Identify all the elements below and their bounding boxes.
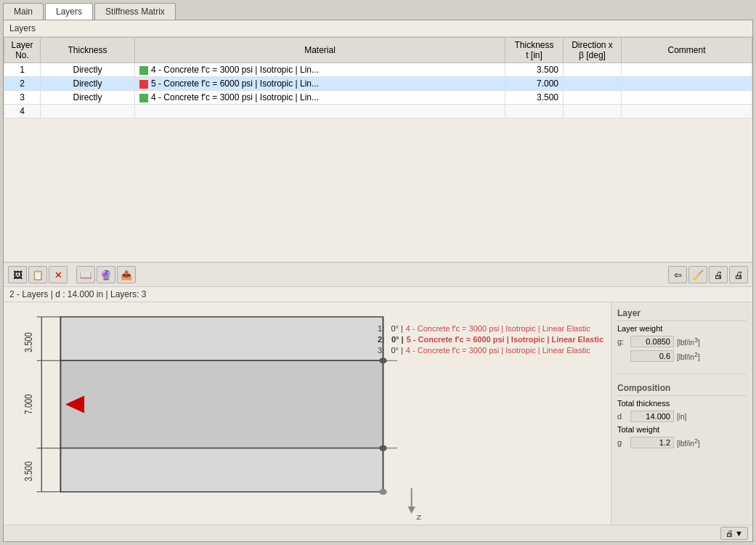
cell-beta	[564, 63, 622, 77]
bottom-section: 2 - Layers | d : 14.000 in | Layers: 3	[4, 287, 752, 541]
legend-item-2: 2: 0° | 5 - Concrete f'c = 6000 psi | Is…	[378, 335, 603, 344]
cell-t	[505, 105, 564, 118]
color-swatch	[139, 94, 148, 102]
tab-main[interactable]: Main	[3, 3, 44, 20]
tab-layers[interactable]: Layers	[45, 3, 93, 20]
cell-beta	[564, 91, 622, 105]
layers-table: LayerNo. Thickness Material Thicknesst […	[4, 37, 752, 118]
layer-panel-title: Layer	[617, 308, 747, 321]
right-panel: Layer Layer weight g: [lbf/in3] [l	[611, 302, 752, 525]
print-icon: 🖨	[725, 529, 733, 538]
copy-layer-button[interactable]: 📋	[28, 266, 47, 283]
export-button[interactable]: 📤	[117, 266, 136, 283]
d-input[interactable]	[630, 411, 674, 422]
cell-beta	[564, 105, 622, 118]
table-row[interactable]: 1Directly4 - Concrete f'c = 3000 psi | I…	[4, 63, 752, 77]
cell-thickness: Directly	[41, 63, 135, 77]
d-unit: [in]	[677, 413, 686, 421]
d-label: d	[617, 412, 627, 421]
svg-text:3.500: 3.500	[23, 332, 35, 352]
legend-item-3: 3: 0° | 4 - Concrete f'c = 3000 psi | Is…	[378, 346, 603, 355]
cell-no: 2	[4, 77, 41, 91]
book-button[interactable]: 📖	[76, 266, 95, 283]
g-label: g:	[617, 337, 627, 346]
g3-input[interactable]	[630, 437, 674, 448]
g2-unit: [lbf/in2]	[677, 351, 700, 361]
status-bar: 2 - Layers | d : 14.000 in | Layers: 3	[4, 287, 752, 302]
g2-row: [lbf/in2]	[617, 350, 747, 362]
g-input[interactable]	[630, 336, 674, 347]
tab-stiffness-matrix[interactable]: Stiffness Matrix	[94, 3, 176, 20]
color-swatch	[139, 66, 148, 75]
cell-material: 4 - Concrete f'c = 3000 psi | Isotropic …	[135, 63, 505, 77]
cell-comment	[622, 77, 752, 91]
arrow-left-button[interactable]: ⇦	[668, 266, 687, 283]
layer-legend: 1: 0° | 4 - Concrete f'c = 3000 psi | Is…	[378, 324, 603, 357]
total-thickness-label: Total thickness	[617, 399, 670, 408]
diagram-panel: 3.500 7.000 3.500	[4, 302, 752, 525]
svg-rect-0	[60, 317, 383, 360]
layer-weight-label: Layer weight	[617, 324, 662, 333]
content-area: Layers LayerNo. Thickness Material Thick…	[3, 20, 753, 542]
delete-layer-button[interactable]: ✕	[49, 266, 68, 283]
total-weight-label: Total weight	[617, 425, 659, 434]
svg-point-18	[379, 489, 386, 495]
g2-input[interactable]	[630, 350, 674, 362]
cell-material	[135, 105, 505, 118]
table-row[interactable]: 2Directly5 - Concrete f'c = 6000 psi | I…	[4, 77, 752, 91]
col-header-thickness: Thickness	[41, 38, 135, 63]
cell-t: 3.500	[505, 63, 564, 77]
col-header-beta: Direction xβ [deg]	[564, 38, 622, 63]
g3-unit: [lbf/in2]	[677, 437, 700, 448]
table-row[interactable]: 4	[4, 105, 752, 118]
diagram-footer: 🖨 ▼	[4, 525, 752, 541]
magic-button[interactable]: 🔮	[97, 266, 115, 283]
print-button[interactable]: 🖨	[709, 266, 728, 283]
layer-weight-label-row: Layer weight	[617, 324, 747, 333]
diagram-print-button[interactable]: 🖨 ▼	[720, 527, 748, 540]
print2-button[interactable]: 🖨	[729, 266, 748, 283]
col-header-comment: Comment	[622, 38, 752, 63]
erase-button[interactable]: 🧹	[688, 266, 707, 283]
cell-thickness	[41, 105, 135, 118]
svg-rect-1	[60, 360, 383, 448]
cell-thickness: Directly	[41, 77, 135, 91]
color-swatch	[139, 80, 148, 89]
cell-comment	[622, 105, 752, 118]
add-layer-button[interactable]: 🖼	[8, 266, 27, 283]
cell-t: 7.000	[505, 77, 564, 91]
cell-comment	[622, 91, 752, 105]
svg-text:z: z	[416, 512, 421, 522]
col-header-no: LayerNo.	[4, 38, 41, 63]
cell-material: 4 - Concrete f'c = 3000 psi | Isotropic …	[135, 91, 505, 105]
g3-label: g	[617, 438, 627, 447]
cell-no: 1	[4, 63, 41, 77]
g-unit: [lbf/in3]	[677, 336, 700, 347]
total-weight-label-row: Total weight	[617, 425, 747, 434]
cell-no: 4	[4, 105, 41, 118]
legend-item-1: 1: 0° | 4 - Concrete f'c = 3000 psi | Is…	[378, 324, 603, 333]
section-label: Layers	[4, 20, 752, 37]
cell-material: 5 - Concrete f'c = 6000 psi | Isotropic …	[135, 77, 505, 91]
layers-table-wrapper[interactable]: LayerNo. Thickness Material Thicknesst […	[4, 37, 752, 262]
svg-marker-20	[407, 506, 415, 514]
d-row: d [in]	[617, 411, 747, 422]
cell-t: 3.500	[505, 91, 564, 105]
diagram-area: 3.500 7.000 3.500	[4, 302, 611, 525]
g3-row: g [lbf/in2]	[617, 437, 747, 448]
col-header-t: Thicknesst [in]	[505, 38, 564, 63]
g-row: g: [lbf/in3]	[617, 336, 747, 347]
table-row[interactable]: 3Directly4 - Concrete f'c = 3000 psi | I…	[4, 91, 752, 105]
tab-bar: Main Layers Stiffness Matrix	[0, 0, 756, 20]
cell-beta	[564, 77, 622, 91]
cell-comment	[622, 63, 752, 77]
svg-rect-2	[60, 448, 383, 492]
svg-text:3.500: 3.500	[23, 461, 35, 482]
composition-title: Composition	[617, 383, 747, 396]
col-header-material: Material	[135, 38, 505, 63]
toolbar: 🖼 📋 ✕ 📖 🔮 📤 ⇦ 🧹 🖨 🖨	[4, 262, 752, 287]
cell-thickness: Directly	[41, 91, 135, 105]
svg-text:7.000: 7.000	[23, 395, 35, 415]
print-dropdown-arrow: ▼	[735, 529, 743, 538]
cell-no: 3	[4, 91, 41, 105]
